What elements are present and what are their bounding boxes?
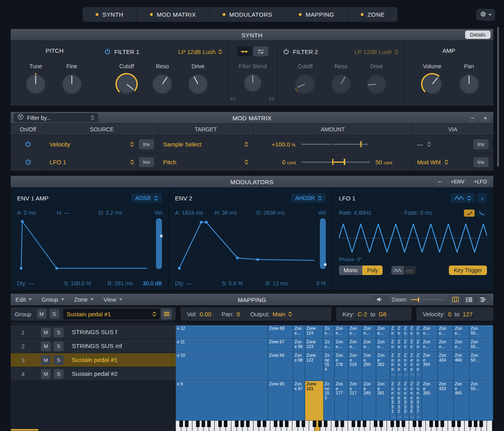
env1-velocity-slider[interactable] — [156, 218, 162, 269]
filter2-power-toggle[interactable] — [283, 48, 289, 55]
group-select[interactable]: Sustain pedal #1 — [63, 309, 160, 319]
filter2-type-select[interactable]: LP 12dB Lush — [354, 48, 398, 55]
routing1-source-select[interactable]: Velocity Inv — [46, 135, 158, 153]
zone-cell[interactable]: Zone 122 — [305, 352, 323, 381]
zone-menu[interactable]: Zone — [74, 296, 94, 303]
zoom-slider[interactable] — [411, 296, 444, 303]
zone-cell[interactable]: Zon 433 — [438, 381, 454, 421]
black-key[interactable] — [263, 421, 266, 427]
black-key[interactable] — [285, 421, 289, 427]
volume-knob[interactable] — [421, 73, 444, 97]
zone-cell[interactable]: Zon e 98 — [293, 352, 305, 381]
zone-cell[interactable]: Z o… — [403, 325, 409, 339]
zone-cell[interactable]: Zon e… — [362, 325, 376, 339]
zone-cell[interactable]: Zon e… — [376, 325, 390, 339]
tab-modulators[interactable]: MODULATORS — [210, 7, 286, 22]
zone-cell[interactable]: Zon 50… — [469, 339, 493, 352]
zone-cell[interactable]: Z o… — [396, 339, 403, 352]
remove-routing-button[interactable]: − — [467, 114, 478, 122]
black-key[interactable] — [352, 421, 355, 427]
remove-modulator-button[interactable]: − — [435, 177, 445, 186]
group-mute-button[interactable]: M — [41, 341, 51, 351]
black-key[interactable] — [318, 421, 322, 427]
zone-cell[interactable]: Zon e… — [348, 339, 362, 352]
black-key[interactable] — [457, 421, 461, 427]
routing1-power-toggle[interactable] — [25, 141, 31, 147]
group-row[interactable]: 3MSSustain pedal #1 — [11, 353, 176, 367]
filter2-reso-knob[interactable] — [329, 73, 352, 97]
zone-cell[interactable]: Z o n e … — [409, 352, 416, 381]
routing1-target-select[interactable]: Sample Select — [158, 135, 254, 153]
black-key[interactable] — [196, 421, 200, 427]
zone-cell[interactable]: Z o n e … — [396, 352, 403, 381]
black-key[interactable] — [179, 421, 183, 427]
add-routing-button[interactable]: + — [480, 114, 491, 122]
routing1-via-invert-button[interactable]: Inv — [473, 139, 489, 149]
zone-cell[interactable]: Zon e… — [335, 325, 348, 339]
zone-cell[interactable]: Zon e 99 — [293, 339, 305, 352]
zone-cell[interactable]: Z o… — [416, 339, 422, 352]
tune-knob[interactable] — [24, 73, 47, 97]
black-key[interactable] — [246, 421, 250, 427]
black-key[interactable] — [324, 421, 327, 427]
black-key[interactable] — [218, 421, 222, 427]
lfo1-poly-button[interactable]: Poly — [362, 266, 383, 275]
zone-cell[interactable]: Z o… — [409, 339, 416, 352]
zone-cell[interactable]: e 12 — [176, 325, 268, 339]
zone-cell[interactable]: Zone 67 — [268, 339, 293, 352]
zone-cell[interactable]: Zon e 465 — [454, 381, 469, 421]
zone-cell[interactable]: Zon e… — [438, 325, 454, 339]
zone-cell[interactable]: Zon e… — [438, 339, 454, 352]
zone-cell[interactable]: Z o n e 3 3 7… — [416, 381, 422, 421]
group-mute-button[interactable]: M — [41, 369, 51, 379]
lfo1-waveform-display[interactable] — [339, 221, 487, 256]
tab-mapping[interactable]: MAPPING — [286, 7, 348, 22]
zone-cell[interactable]: Zone 65 — [268, 381, 293, 421]
zone-cell[interactable]: Zon e 178 — [335, 352, 348, 381]
zone-cell[interactable]: Z o… — [390, 325, 396, 339]
zone-cell[interactable]: e 10 — [176, 352, 268, 381]
env1-envelope-graph[interactable] — [17, 218, 150, 271]
filter1-cutoff-knob[interactable] — [115, 73, 138, 97]
routing2-via-invert-button[interactable]: Inv — [473, 157, 489, 167]
black-key[interactable] — [257, 421, 261, 427]
audition-button[interactable] — [371, 295, 387, 304]
group-solo-button[interactable]: S — [54, 355, 63, 365]
zone-cell[interactable]: Zo n… — [323, 339, 335, 352]
zone-cell[interactable]: Zon e 250 — [362, 352, 376, 381]
edit-menu[interactable]: Edit — [15, 296, 32, 303]
mod-matrix-filter-select[interactable]: Filter by... — [14, 113, 98, 122]
zone-cell[interactable]: Zon e… — [335, 339, 348, 352]
zone-cell[interactable]: Zon e… — [422, 325, 438, 339]
group-solo-button[interactable]: S — [54, 369, 63, 379]
black-key[interactable] — [340, 421, 344, 427]
view-zone-button[interactable] — [476, 295, 490, 304]
zone-cell[interactable]: Z o n e 3 3 2… — [396, 381, 403, 421]
filter1-drive-knob[interactable] — [187, 73, 210, 97]
black-key[interactable] — [202, 421, 205, 427]
black-key[interactable] — [441, 421, 444, 427]
zone-cell[interactable]: Z o n e 3 3 3… — [403, 381, 409, 421]
fade-out-button[interactable] — [476, 210, 487, 217]
black-key[interactable] — [474, 421, 477, 427]
zone-cell[interactable]: e 9 — [176, 381, 268, 421]
group-output-select[interactable]: Output:Main — [250, 311, 292, 317]
tab-synth[interactable]: SYNTH — [83, 7, 137, 22]
pan-knob[interactable] — [458, 73, 481, 97]
black-key[interactable] — [224, 421, 227, 427]
env2-mode-select[interactable]: AHDSR — [291, 193, 326, 203]
black-key[interactable] — [357, 421, 361, 427]
black-key[interactable] — [379, 421, 383, 427]
zone-cell[interactable]: Zon e… — [454, 339, 469, 352]
group-row[interactable]: 1MSSTRINGS SUS f — [11, 325, 176, 339]
routing2-target-select[interactable]: Pitch — [158, 153, 254, 171]
zone-cell[interactable]: Zo ne 15 3 — [323, 381, 335, 421]
white-key[interactable] — [487, 421, 492, 431]
fine-knob[interactable] — [60, 73, 83, 97]
filter-blend-knob[interactable] — [242, 73, 263, 95]
zone-cell[interactable]: Zon e… — [376, 339, 390, 352]
black-key[interactable] — [374, 421, 377, 427]
settings-button[interactable] — [476, 9, 495, 21]
zone-cell[interactable]: Zon e 177 — [335, 381, 348, 421]
group-solo-button[interactable]: S — [54, 341, 63, 351]
